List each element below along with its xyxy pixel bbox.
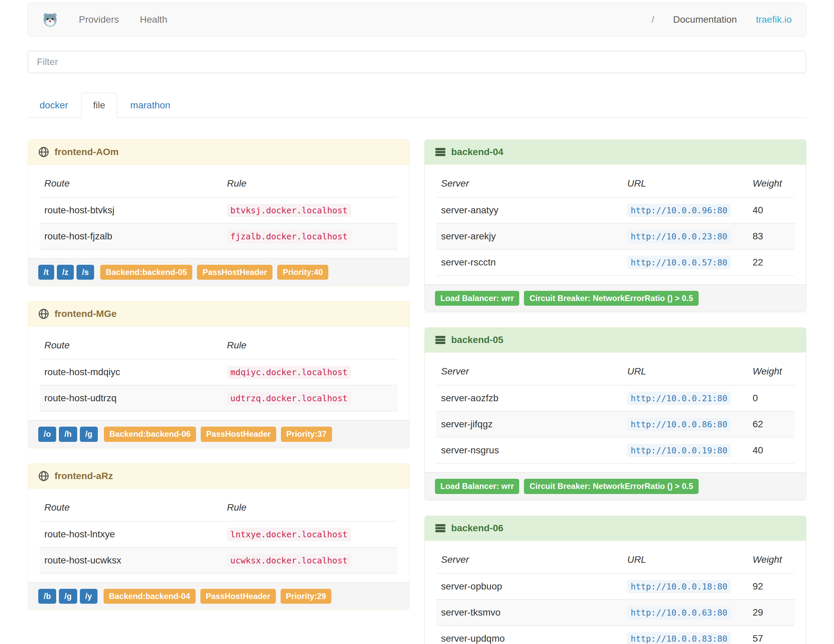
server-icon [435,335,446,345]
server-weight: 29 [748,599,794,625]
servers-table: Server URL Weight server-anatyy http://1… [436,170,794,276]
rule-cell: fjzalb.docker.localhost [222,223,398,249]
server-name: server-arekjy [436,223,622,249]
route-column-header: Route [40,170,222,197]
rule-code: lntxye.docker.localhost [227,528,351,541]
rule-code: mdqiyc.docker.localhost [227,366,351,379]
nav-providers-link[interactable]: Providers [79,14,119,25]
route-name: route-host-btvksj [40,197,222,223]
rule-column-header: Rule [222,332,398,359]
backends-column: backend-04 Server URL Weight [425,139,806,644]
table-row: server-tksmvo http://10.0.0.63:80 29 [436,599,794,625]
backend-panel: backend-05 Server URL Weight [425,327,806,500]
route-column-header: Route [40,494,222,521]
traefik-logo-svg [42,12,58,28]
route-name: route-host-ucwksx [40,547,222,573]
server-weight: 40 [748,437,794,464]
server-url: http://10.0.0.18:80 [627,580,731,593]
path-badge: /y [80,589,97,604]
backend-body: Server URL Weight server-opbuop http://1… [425,541,806,644]
path-badges: /b /g /y [38,589,97,604]
backend-ref-badge: Backend:backend-06 [104,427,196,442]
server-icon [435,147,446,157]
server-weight: 83 [748,223,794,249]
url-cell: http://10.0.0.96:80 [622,197,748,223]
rule-cell: lntxye.docker.localhost [222,521,398,547]
tab-marathon[interactable]: marathon [118,93,182,118]
frontend-panel: frontend-MGe Route Rule route-host-mdqi [28,301,409,448]
nav-traefik-site-link[interactable]: traefik.io [756,14,792,25]
path-badge: /s [76,265,94,280]
backend-footer: Load Balancer: wrr Circuit Breaker: Netw… [425,285,806,312]
weight-column-header: Weight [748,546,794,574]
path-badge: /h [59,427,77,442]
frontend-footer: /b /g /y Backend:backend-04 PassHostHead… [28,583,409,610]
backend-title: backend-04 [451,147,503,157]
frontend-config-badges: Backend:backend-06 PassHostHeader Priori… [104,427,332,442]
rule-cell: mdqiyc.docker.localhost [222,359,398,385]
tab-file[interactable]: file [81,93,117,118]
server-name: server-jifqgz [436,411,622,437]
weight-column-header: Weight [748,170,794,197]
server-url: http://10.0.0.83:80 [627,632,731,644]
server-url: http://10.0.0.63:80 [627,606,731,619]
frontend-title: frontend-aRz [55,471,113,482]
nav-documentation-link[interactable]: Documentation [673,14,737,25]
table-row: server-opbuop http://10.0.0.18:80 92 [436,573,794,599]
table-row: route-host-ucwksx ucwksx.docker.localhos… [40,547,398,573]
server-weight: 0 [748,385,794,411]
url-cell: http://10.0.0.63:80 [622,599,748,625]
path-badge: /o [38,427,56,442]
backend-panel-header: backend-06 [425,516,806,541]
url-cell: http://10.0.0.19:80 [622,437,748,464]
priority-badge: Priority:29 [281,589,332,604]
frontend-panel: frontend-aRz Route Rule route-host-lntx [28,464,409,610]
server-column-header: Server [436,170,622,197]
tab-docker[interactable]: docker [28,93,80,118]
routes-table: Route Rule route-host-btvksj btvksj.dock… [40,170,398,249]
route-name: route-host-mdqiyc [40,359,222,385]
backend-title: backend-06 [451,523,503,534]
table-row: route-host-udtrzq udtrzq.docker.localhos… [40,385,398,411]
table-row: server-arekjy http://10.0.0.23:80 83 [436,223,794,249]
server-column-header: Server [436,546,622,574]
url-cell: http://10.0.0.83:80 [622,625,748,644]
backend-body: Server URL Weight server-aozfzb http://1… [425,353,806,472]
url-cell: http://10.0.0.86:80 [622,411,748,437]
frontend-body: Route Rule route-host-lntxye lntxye.dock… [28,489,409,583]
backend-body: Server URL Weight server-anatyy http://1… [425,165,806,285]
passhostheader-badge: PassHostHeader [201,427,276,442]
path-badge: /t [38,265,54,280]
server-name: server-anatyy [436,197,622,223]
rule-code: ucwksx.docker.localhost [227,554,351,567]
url-cell: http://10.0.0.23:80 [622,223,748,249]
rule-code: fjzalb.docker.localhost [227,230,351,243]
route-name: route-host-fjzalb [40,223,222,249]
url-cell: http://10.0.0.18:80 [622,573,748,599]
rule-cell: ucwksx.docker.localhost [222,547,398,573]
table-row: route-host-btvksj btvksj.docker.localhos… [40,197,398,223]
weight-column-header: Weight [748,358,794,385]
rule-column-header: Rule [222,170,398,197]
filter-input[interactable] [28,51,806,73]
server-name: server-nsgrus [436,437,622,464]
routes-table: Route Rule route-host-mdqiyc mdqiyc.dock… [40,332,398,411]
backend-ref-badge: Backend:backend-05 [100,265,192,280]
server-name: server-tksmvo [436,599,622,625]
frontend-title: frontend-MGe [55,309,117,319]
path-badge: /z [57,265,74,280]
table-row: route-host-lntxye lntxye.docker.localhos… [40,521,398,547]
globe-icon [38,471,49,482]
table-row: route-host-mdqiyc mdqiyc.docker.localhos… [40,359,398,385]
server-icon [435,523,446,534]
nav-health-link[interactable]: Health [140,14,167,25]
table-row: server-rscctn http://10.0.0.57:80 22 [436,249,794,276]
backend-panel-header: backend-05 [425,328,806,353]
passhostheader-badge: PassHostHeader [197,265,273,280]
server-weight: 40 [748,197,794,223]
frontend-panel-header: frontend-aRz [28,464,409,489]
server-name: server-updqmo [436,625,622,644]
filter-bar [28,51,806,73]
load-balancer-badge: Load Balancer: wrr [435,479,519,494]
navbar-right: / Documentation traefik.io [651,14,792,25]
